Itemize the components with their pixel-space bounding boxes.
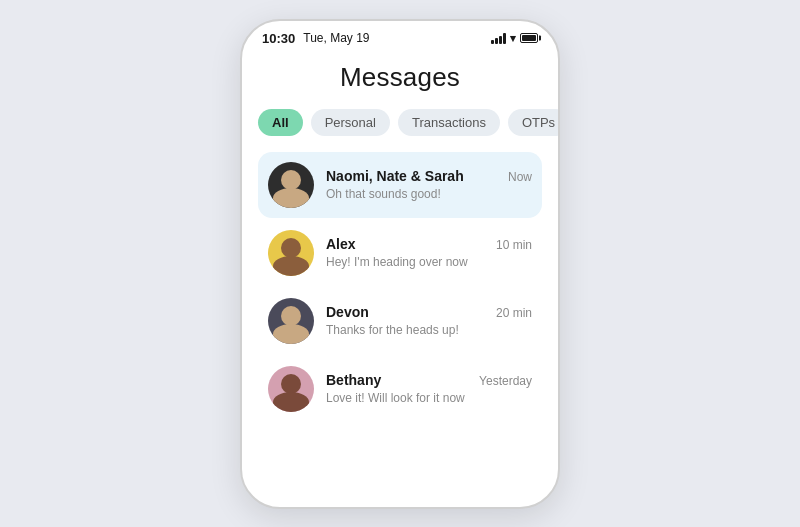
conversation-name: Naomi, Nate & Sarah [326, 168, 464, 184]
conversation-header: Devon 20 min [326, 304, 532, 320]
conversation-preview: Hey! I'm heading over now [326, 255, 532, 269]
battery-icon [520, 33, 538, 43]
signal-icon [491, 32, 506, 44]
conversation-preview: Love it! Will look for it now [326, 391, 532, 405]
conversation-name: Devon [326, 304, 369, 320]
conversation-header: Naomi, Nate & Sarah Now [326, 168, 532, 184]
conversation-preview: Thanks for the heads up! [326, 323, 532, 337]
wifi-icon: ▾ [510, 32, 516, 45]
conversation-preview: Oh that sounds good! [326, 187, 532, 201]
conversation-info: Alex 10 min Hey! I'm heading over now [326, 236, 532, 269]
conversation-header: Alex 10 min [326, 236, 532, 252]
avatar-naomi-nate-sarah [268, 162, 314, 208]
phone-content: Messages All Personal Transactions OTPs … [242, 52, 558, 422]
phone-frame: 10:30 Tue, May 19 ▾ Messages All Persona… [240, 19, 560, 509]
conversation-info: Naomi, Nate & Sarah Now Oh that sounds g… [326, 168, 532, 201]
filter-tab-transactions[interactable]: Transactions [398, 109, 500, 136]
conversation-time: 10 min [496, 238, 532, 252]
conversation-header: Bethany Yesterday [326, 372, 532, 388]
status-time: 10:30 [262, 31, 295, 46]
avatar-devon [268, 298, 314, 344]
conversation-info: Devon 20 min Thanks for the heads up! [326, 304, 532, 337]
conversation-name: Bethany [326, 372, 381, 388]
status-bar: 10:30 Tue, May 19 ▾ [242, 21, 558, 52]
conversation-time: Now [508, 170, 532, 184]
conversation-item[interactable]: Devon 20 min Thanks for the heads up! [258, 288, 542, 354]
filter-tab-all[interactable]: All [258, 109, 303, 136]
filter-tabs: All Personal Transactions OTPs [258, 109, 542, 136]
conversation-info: Bethany Yesterday Love it! Will look for… [326, 372, 532, 405]
conversation-time: 20 min [496, 306, 532, 320]
status-date: Tue, May 19 [303, 31, 369, 45]
filter-tab-personal[interactable]: Personal [311, 109, 390, 136]
avatar-alex [268, 230, 314, 276]
conversation-item[interactable]: Bethany Yesterday Love it! Will look for… [258, 356, 542, 422]
conversation-name: Alex [326, 236, 356, 252]
conversation-list: Naomi, Nate & Sarah Now Oh that sounds g… [258, 152, 542, 422]
status-icons: ▾ [491, 32, 538, 45]
page-title: Messages [258, 62, 542, 93]
conversation-time: Yesterday [479, 374, 532, 388]
filter-tab-otps[interactable]: OTPs [508, 109, 558, 136]
conversation-item[interactable]: Alex 10 min Hey! I'm heading over now [258, 220, 542, 286]
avatar-bethany [268, 366, 314, 412]
conversation-item[interactable]: Naomi, Nate & Sarah Now Oh that sounds g… [258, 152, 542, 218]
